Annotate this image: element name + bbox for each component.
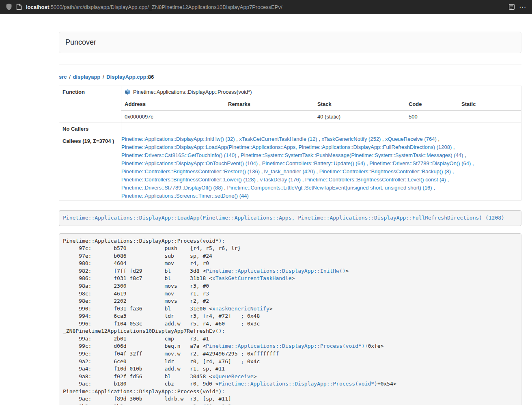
- function-icon: [125, 89, 131, 95]
- app-title-panel: Puncover: [59, 32, 521, 53]
- function-details-table: Address Remarks Stack Code Static 0x0000…: [121, 98, 521, 123]
- col-address: Address: [121, 98, 225, 111]
- breadcrumb-displayapp[interactable]: displayapp: [73, 74, 100, 80]
- callee-link[interactable]: Pinetime::Controllers::BrightnessControl…: [121, 168, 260, 174]
- callee-link[interactable]: xTaskGetCurrentTaskHandle (12): [239, 136, 317, 142]
- callee-link[interactable]: Pinetime::Controllers::BrightnessControl…: [319, 168, 451, 174]
- page-icon[interactable]: [16, 4, 22, 10]
- address-bar[interactable]: localhost:5000/path/src/displayapp/Displ…: [26, 4, 282, 10]
- disassembly-pre: Pinetime::Applications::DisplayApp::Proc…: [59, 233, 521, 405]
- callee-link[interactable]: Pinetime::Controllers::BrightnessControl…: [305, 177, 446, 183]
- callee-link[interactable]: lv_task_handler (420): [264, 168, 315, 174]
- col-remarks: Remarks: [225, 98, 314, 111]
- callee-link[interactable]: vTaskDelay (176): [260, 177, 301, 183]
- code-symbol-link[interactable]: xQueueReceive: [212, 373, 254, 379]
- callee-link[interactable]: Pinetime::Applications::DisplayApp::OnTo…: [121, 160, 258, 166]
- callees-list: Pinetime::Applications::DisplayApp::Init…: [121, 135, 521, 200]
- menu-dots-icon[interactable]: ⋯: [519, 3, 526, 11]
- code-symbol-link[interactable]: Pinetime::Applications::DisplayApp::Proc…: [219, 381, 377, 387]
- callee-link[interactable]: Pinetime::Drivers::St7789::DisplayOff() …: [121, 185, 223, 191]
- callees-label: Callees (19, Σ=3704 ): [59, 135, 121, 200]
- col-stack: Stack: [314, 98, 405, 111]
- code-symbol-link[interactable]: Pinetime::Applications::DisplayApp::Proc…: [206, 343, 364, 349]
- browser-toolbar: localhost:5000/path/src/displayapp/Displ…: [0, 0, 532, 14]
- breadcrumb-src[interactable]: src: [59, 74, 67, 80]
- address-value: 0x0000097c: [121, 110, 225, 123]
- breadcrumb-file[interactable]: DisplayApp.cpp:: [106, 74, 148, 80]
- url-path: :5000/path/src/displayapp/DisplayApp.cpp…: [49, 4, 282, 10]
- code-symbol-link[interactable]: xTaskGetCurrentTaskHandle: [212, 275, 292, 281]
- callee-link[interactable]: Pinetime::Applications::DisplayApp::Load…: [121, 144, 452, 150]
- callee-link[interactable]: Pinetime::Drivers::Cst816S::GetTouchInfo…: [121, 152, 236, 158]
- function-table: Function Pinetime::Applications::Display…: [59, 86, 521, 200]
- function-name: Pinetime::Applications::DisplayApp::Proc…: [133, 89, 252, 95]
- breadcrumb: src / displayapp / DisplayApp.cpp:86: [59, 74, 521, 80]
- reader-mode-icon[interactable]: [508, 4, 515, 10]
- details-header-row: Address Remarks Stack Code Static: [121, 98, 521, 111]
- code-symbol-link[interactable]: xTaskGenericNotify: [212, 306, 269, 312]
- page-container: Puncover src / displayapp / DisplayApp.c…: [59, 32, 521, 405]
- static-value: [458, 110, 521, 123]
- callee-link[interactable]: xTaskGenericNotify (252): [322, 136, 381, 142]
- no-callers-empty-cell: [121, 123, 521, 135]
- details-value-row: 0x0000097c 40 (static) 500: [121, 110, 521, 123]
- callee-link[interactable]: Pinetime::Components::LittleVgl::SetNewT…: [227, 185, 432, 191]
- function-name-line: Pinetime::Applications::DisplayApp::Proc…: [121, 86, 521, 98]
- callee-link[interactable]: Pinetime::Drivers::St7789::DisplayOn() (…: [369, 160, 471, 166]
- page-title: Puncover: [65, 38, 515, 47]
- selected-callee-box: Pinetime::Applications::DisplayApp::Load…: [59, 210, 521, 226]
- col-code: Code: [405, 98, 458, 111]
- selected-callee-link[interactable]: Pinetime::Applications::DisplayApp::Load…: [63, 215, 504, 221]
- callee-link[interactable]: Pinetime::Controllers::Battery::Update()…: [262, 160, 365, 166]
- code-value: 500: [405, 110, 458, 123]
- breadcrumb-separator: /: [102, 74, 105, 80]
- breadcrumb-separator: /: [68, 74, 71, 80]
- callee-link[interactable]: Pinetime::Applications::Screens::Timer::…: [121, 193, 249, 199]
- stack-value: 40 (static): [314, 110, 405, 123]
- breadcrumb-line-number: 86: [148, 74, 154, 80]
- callee-link[interactable]: xQueueReceive (764): [385, 136, 436, 142]
- remarks-value: [225, 110, 314, 123]
- header-divider: [59, 65, 521, 65]
- callee-link[interactable]: Pinetime::Controllers::BrightnessControl…: [121, 177, 256, 183]
- no-callers-row: No Callers: [59, 123, 521, 135]
- shield-icon[interactable]: [6, 3, 12, 11]
- code-symbol-link[interactable]: Pinetime::Applications::DisplayApp::Init…: [206, 268, 345, 274]
- callee-link[interactable]: Pinetime::Applications::DisplayApp::Init…: [121, 136, 235, 142]
- col-static: Static: [458, 98, 521, 111]
- callees-row: Callees (19, Σ=3704 ) Pinetime::Applicat…: [59, 135, 521, 200]
- function-row: Function Pinetime::Applications::Display…: [59, 86, 521, 123]
- callee-link[interactable]: Pinetime::System::SystemTask::PushMessag…: [241, 152, 463, 158]
- no-callers-label: No Callers: [59, 123, 121, 135]
- url-host: localhost: [26, 4, 49, 10]
- function-label-cell: Function: [59, 86, 121, 123]
